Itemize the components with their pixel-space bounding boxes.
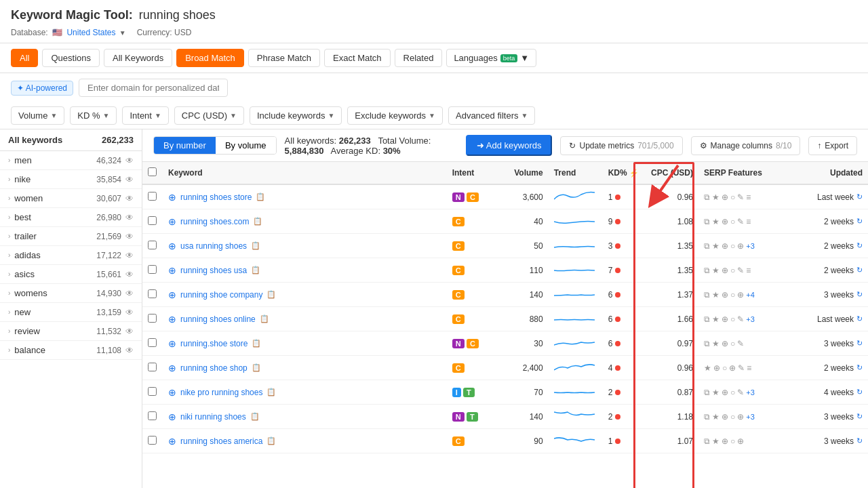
tab-broad-match[interactable]: Broad Match <box>176 49 244 67</box>
keyword-link[interactable]: nike pro running shoes <box>180 388 262 397</box>
manage-columns-button[interactable]: ⚙ Manage columns 8/10 <box>691 136 801 155</box>
add-keywords-button[interactable]: ➜ Add keywords <box>466 135 553 156</box>
refresh-icon[interactable]: ↻ <box>856 314 863 323</box>
row-checkbox-cell[interactable] <box>142 331 163 356</box>
row-checkbox[interactable] <box>148 241 157 249</box>
row-checkbox[interactable] <box>148 192 157 201</box>
tab-all-keywords[interactable]: All Keywords <box>104 49 172 67</box>
header-volume[interactable]: Volume <box>501 162 549 184</box>
add-keyword-icon[interactable]: ⊕ <box>168 289 176 300</box>
keyword-link[interactable]: running shoe shop <box>180 363 248 373</box>
header-intent[interactable]: Intent <box>447 162 501 184</box>
volume-filter[interactable]: Volume▼ <box>11 106 64 125</box>
cpc-filter[interactable]: CPC (USD)▼ <box>174 106 244 125</box>
refresh-icon[interactable]: ↻ <box>856 290 863 299</box>
refresh-icon[interactable]: ↻ <box>856 412 863 421</box>
tab-phrase-match[interactable]: Phrase Match <box>248 49 320 67</box>
include-keywords-filter[interactable]: Include keywords▼ <box>250 106 342 125</box>
keyword-link[interactable]: running shoes america <box>180 436 262 446</box>
refresh-icon[interactable]: ↻ <box>856 192 863 201</box>
by-number-button[interactable]: By number <box>154 137 216 154</box>
add-keyword-icon[interactable]: ⊕ <box>168 192 176 203</box>
refresh-icon[interactable]: ↻ <box>856 388 863 396</box>
refresh-icon[interactable]: ↻ <box>856 339 863 348</box>
tab-exact-match[interactable]: Exact Match <box>324 49 391 67</box>
exclude-keywords-filter[interactable]: Exclude keywords▼ <box>347 106 443 125</box>
row-checkbox[interactable] <box>148 338 157 347</box>
row-checkbox[interactable] <box>148 216 157 225</box>
sidebar-item-new[interactable]: › new 13,159 👁 <box>0 303 142 322</box>
filter-icon[interactable]: ⚡ <box>629 169 639 177</box>
refresh-icon[interactable]: ↻ <box>856 363 863 372</box>
header-kd[interactable]: KD% ⚡ <box>603 162 644 184</box>
keyword-link[interactable]: running shoe company <box>180 290 262 300</box>
by-volume-button[interactable]: By volume <box>216 137 276 154</box>
row-checkbox-cell[interactable] <box>142 380 163 405</box>
row-checkbox-cell[interactable] <box>142 209 163 234</box>
header-serp[interactable]: SERP Features <box>698 162 807 184</box>
keyword-link[interactable]: running shoes store <box>180 192 252 202</box>
kd-filter[interactable]: KD %▼ <box>70 106 117 125</box>
tab-related[interactable]: Related <box>395 49 443 67</box>
export-button[interactable]: ↑ Export <box>808 136 857 155</box>
add-keyword-icon[interactable]: ⊕ <box>168 387 176 398</box>
sidebar-item-review[interactable]: › review 11,532 👁 <box>0 322 142 341</box>
add-keyword-icon[interactable]: ⊕ <box>168 363 176 373</box>
tab-questions[interactable]: Questions <box>42 49 100 67</box>
sidebar-item-nike[interactable]: › nike 35,854 👁 <box>0 170 142 189</box>
refresh-icon[interactable]: ↻ <box>856 241 863 250</box>
row-checkbox[interactable] <box>148 387 157 396</box>
row-checkbox-cell[interactable] <box>142 283 163 307</box>
sidebar-item-balance[interactable]: › balance 11,108 👁 <box>0 341 142 360</box>
keyword-link[interactable]: running.shoe store <box>180 339 248 348</box>
advanced-filters[interactable]: Advanced filters▼ <box>448 106 535 125</box>
sidebar-item-asics[interactable]: › asics 15,661 👁 <box>0 265 142 284</box>
header-keyword[interactable]: Keyword <box>163 162 447 184</box>
header-updated[interactable]: Updated <box>807 162 868 184</box>
row-checkbox[interactable] <box>148 265 157 274</box>
keyword-link[interactable]: niki running shoes <box>180 412 246 422</box>
add-keyword-icon[interactable]: ⊕ <box>168 338 176 349</box>
sidebar-item-women[interactable]: › women 30,607 👁 <box>0 189 142 208</box>
keyword-link[interactable]: running shoes.com <box>180 217 249 226</box>
row-checkbox-cell[interactable] <box>142 405 163 429</box>
sidebar-item-trailer[interactable]: › trailer 21,569 👁 <box>0 227 142 246</box>
keyword-link[interactable]: usa running shoes <box>180 241 247 251</box>
languages-button[interactable]: Languages beta ▼ <box>446 49 536 67</box>
intent-filter[interactable]: Intent▼ <box>122 106 168 125</box>
refresh-icon[interactable]: ↻ <box>856 217 863 226</box>
sidebar-item-womens[interactable]: › womens 14,930 👁 <box>0 284 142 303</box>
row-checkbox[interactable] <box>148 363 157 371</box>
row-checkbox-cell[interactable] <box>142 234 163 258</box>
add-keyword-icon[interactable]: ⊕ <box>168 241 176 251</box>
header-trend[interactable]: Trend <box>549 162 603 184</box>
refresh-icon[interactable]: ↻ <box>856 436 863 445</box>
add-keyword-icon[interactable]: ⊕ <box>168 436 176 447</box>
add-keyword-icon[interactable]: ⊕ <box>168 314 176 325</box>
row-checkbox-cell[interactable] <box>142 307 163 331</box>
row-checkbox[interactable] <box>148 314 157 323</box>
row-checkbox-cell[interactable] <box>142 184 163 209</box>
row-checkbox[interactable] <box>148 289 157 298</box>
row-checkbox[interactable] <box>148 436 157 445</box>
sidebar-item-adidas[interactable]: › adidas 17,122 👁 <box>0 246 142 265</box>
add-keyword-icon[interactable]: ⊕ <box>168 411 176 422</box>
tab-all[interactable]: All <box>11 49 38 67</box>
row-checkbox-cell[interactable] <box>142 258 163 283</box>
row-checkbox-cell[interactable] <box>142 429 163 453</box>
header-checkbox[interactable] <box>142 162 163 184</box>
select-all-checkbox[interactable] <box>148 167 157 176</box>
row-checkbox[interactable] <box>148 411 157 420</box>
ai-powered-button[interactable]: ✦ AI-powered <box>11 81 73 96</box>
sidebar-item-best[interactable]: › best 26,980 👁 <box>0 208 142 227</box>
refresh-icon[interactable]: ↻ <box>856 266 863 274</box>
keyword-link[interactable]: running shoes online <box>180 314 256 324</box>
keyword-link[interactable]: running shoes usa <box>180 266 247 275</box>
row-checkbox-cell[interactable] <box>142 356 163 380</box>
add-keyword-icon[interactable]: ⊕ <box>168 265 176 276</box>
add-keyword-icon[interactable]: ⊕ <box>168 216 176 227</box>
sidebar-item-men[interactable]: › men 46,324 👁 <box>0 151 142 170</box>
update-metrics-button[interactable]: ↻ Update metrics 701/5,000 <box>560 136 682 155</box>
domain-input[interactable] <box>79 79 228 97</box>
header-cpc[interactable]: CPC (USD) <box>644 162 698 184</box>
